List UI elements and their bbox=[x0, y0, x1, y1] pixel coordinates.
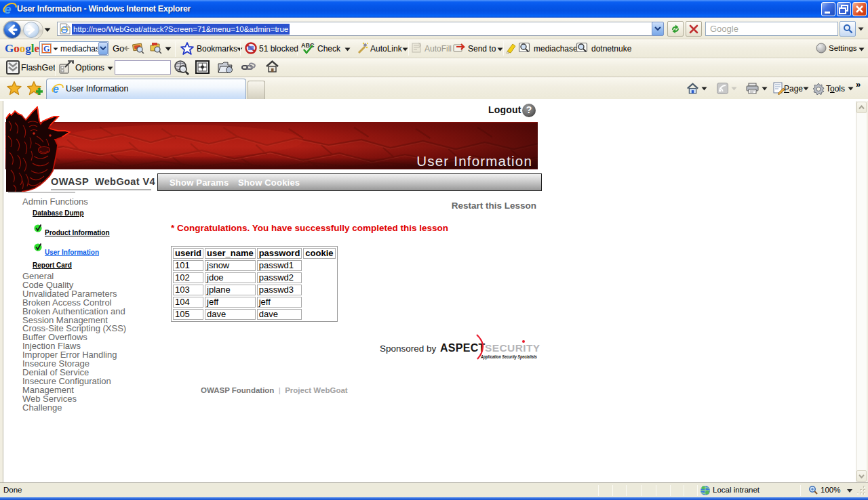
svg-text:G: G bbox=[43, 44, 50, 54]
